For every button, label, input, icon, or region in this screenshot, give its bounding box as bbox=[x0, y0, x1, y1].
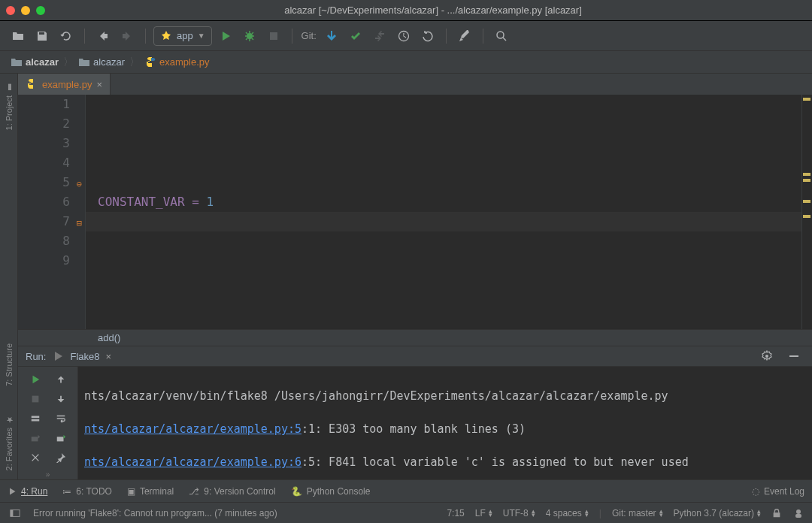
structure-tool-button[interactable]: 7: Structure bbox=[5, 340, 14, 389]
favorites-tool-button[interactable]: 2: Favorites ★ bbox=[4, 412, 14, 473]
tab-python-console[interactable]: 🐍 Python Console bbox=[291, 486, 371, 497]
tab-todo[interactable]: ≔ 6: TODO bbox=[62, 486, 112, 497]
window-close-button[interactable] bbox=[6, 6, 15, 15]
svg-rect-5 bbox=[789, 355, 798, 357]
star-icon: ★ bbox=[4, 415, 14, 425]
error-stripe[interactable] bbox=[801, 95, 812, 329]
tab-event-log[interactable]: ◌ Event Log bbox=[752, 486, 804, 497]
balloon-icon: ◌ bbox=[752, 486, 759, 497]
status-message[interactable]: Error running 'Flake8': Cannot run progr… bbox=[33, 508, 277, 518]
stop-button[interactable] bbox=[263, 26, 284, 47]
output-link[interactable]: nts/alcazar/alcazar/example.py:5 bbox=[84, 422, 301, 436]
git-commit-button[interactable] bbox=[345, 26, 366, 47]
window-maximize-button[interactable] bbox=[36, 6, 45, 15]
output-line: nts/alcazar/alcazar/example.py:5:1: E303… bbox=[84, 421, 806, 437]
chevron-down-icon: ▼ bbox=[198, 32, 205, 40]
warning-marker[interactable] bbox=[803, 179, 810, 182]
folder-icon: ▮ bbox=[4, 83, 14, 92]
pin-button[interactable] bbox=[51, 449, 71, 466]
tab-run[interactable]: 4: Run bbox=[8, 486, 47, 497]
back-button[interactable] bbox=[92, 26, 114, 47]
run-label: Run: bbox=[26, 351, 46, 362]
line-separator[interactable]: LF▴▾ bbox=[475, 508, 492, 518]
run-output[interactable]: nts/alcazar/venv/bin/flake8 /Users/jahon… bbox=[78, 367, 812, 479]
git-compare-button[interactable] bbox=[369, 26, 390, 47]
settings-button[interactable] bbox=[454, 26, 475, 47]
caret-position[interactable]: 7:15 bbox=[447, 508, 464, 518]
window-title: alcazar [~/DevExperiments/alcazar] - ...… bbox=[60, 5, 806, 16]
editor-area: example.py × 1 2 3 4 5 6 7 8 9 ⊖ ⊟ 💡 C bbox=[18, 74, 812, 479]
breadcrumb-label: alcazar bbox=[26, 56, 59, 68]
tab-label: Terminal bbox=[140, 486, 174, 497]
open-file-button[interactable] bbox=[8, 26, 29, 47]
member-breadcrumb[interactable]: add() bbox=[18, 329, 812, 346]
toolbar-separator bbox=[292, 29, 292, 44]
indent-setting[interactable]: 4 spaces▴▾ bbox=[546, 508, 589, 518]
warning-marker[interactable] bbox=[803, 215, 810, 218]
svg-rect-1 bbox=[270, 32, 277, 40]
save-button[interactable] bbox=[32, 26, 53, 47]
git-history-button[interactable] bbox=[393, 26, 414, 47]
close-tab-button[interactable]: × bbox=[96, 79, 102, 90]
restart-button[interactable] bbox=[26, 430, 45, 446]
export-button[interactable] bbox=[51, 430, 71, 446]
layout-button[interactable] bbox=[26, 410, 45, 427]
breadcrumb-folder[interactable]: alcazar bbox=[78, 56, 125, 68]
project-tool-button[interactable]: 1: Project ▮ bbox=[4, 80, 14, 133]
debug-button[interactable] bbox=[239, 26, 260, 47]
warning-marker[interactable] bbox=[803, 98, 810, 101]
stop-run-button[interactable] bbox=[26, 391, 45, 407]
code-editor[interactable]: 1 2 3 4 5 6 7 8 9 ⊖ ⊟ 💡 CONSTANT_VAR = 1… bbox=[18, 95, 812, 329]
file-tab-example[interactable]: example.py × bbox=[18, 74, 111, 95]
tool-windows-button[interactable] bbox=[8, 506, 23, 521]
python-file-icon bbox=[26, 78, 38, 90]
terminal-icon: ▣ bbox=[127, 486, 135, 497]
output-line: nts/alcazar/venv/bin/flake8 /Users/jahon… bbox=[84, 388, 806, 404]
scroll-up-button[interactable] bbox=[51, 371, 71, 388]
scroll-down-button[interactable] bbox=[51, 391, 71, 407]
window-minimize-button[interactable] bbox=[21, 6, 30, 15]
warning-marker[interactable] bbox=[803, 200, 810, 203]
fold-minus-icon[interactable]: ⊖ bbox=[77, 174, 82, 194]
fold-marker-icon[interactable]: ⊟ bbox=[77, 213, 82, 233]
svg-rect-6 bbox=[32, 396, 38, 403]
file-encoding[interactable]: UTF-8▴▾ bbox=[503, 508, 535, 518]
window-controls bbox=[6, 6, 45, 15]
more-actions-button[interactable]: » bbox=[46, 470, 50, 479]
hide-panel-button[interactable] bbox=[783, 346, 804, 367]
git-update-button[interactable] bbox=[321, 26, 342, 47]
soft-wrap-button[interactable] bbox=[51, 410, 71, 427]
delete-button[interactable] bbox=[26, 449, 45, 466]
python-interpreter[interactable]: Python 3.7 (alcazar)▴▾ bbox=[674, 508, 761, 518]
output-link[interactable]: nts/alcazar/alcazar/example.py:6 bbox=[84, 455, 301, 469]
tab-terminal[interactable]: ▣ Terminal bbox=[127, 486, 174, 497]
breadcrumb-root[interactable]: alcazar bbox=[11, 56, 59, 68]
close-run-tab-button[interactable]: × bbox=[106, 351, 112, 362]
run-settings-button[interactable] bbox=[756, 346, 777, 367]
forward-button[interactable] bbox=[117, 26, 138, 47]
run-tool-header: Run: Flake8 × bbox=[18, 346, 812, 367]
tab-version-control[interactable]: ⎇ 9: Version Control bbox=[189, 486, 275, 497]
search-button[interactable] bbox=[491, 26, 512, 47]
run-config-selector[interactable]: app ▼ bbox=[153, 26, 212, 46]
git-branch[interactable]: Git: master▴▾ bbox=[612, 508, 663, 518]
lock-icon[interactable] bbox=[771, 508, 782, 518]
code-content[interactable]: 💡 CONSTANT_VAR = 1 def add(a, b): c = "h… bbox=[86, 95, 801, 329]
breadcrumb-label: example.py bbox=[159, 56, 209, 68]
git-rollback-button[interactable] bbox=[417, 26, 438, 47]
python-file-icon bbox=[144, 56, 156, 68]
breadcrumb-file[interactable]: example.py bbox=[144, 56, 209, 68]
hector-icon[interactable] bbox=[792, 507, 804, 519]
svg-rect-13 bbox=[774, 512, 780, 517]
warning-marker[interactable] bbox=[803, 173, 810, 176]
svg-rect-10 bbox=[56, 437, 63, 441]
run-button[interactable] bbox=[215, 26, 236, 47]
run-config-label: app bbox=[177, 30, 193, 41]
svg-point-0 bbox=[247, 33, 253, 39]
play-icon bbox=[52, 350, 64, 362]
refresh-button[interactable] bbox=[56, 26, 77, 47]
branch-icon: ⎇ bbox=[189, 486, 199, 497]
tab-label: 4: Run bbox=[21, 486, 47, 497]
rerun-button[interactable] bbox=[26, 371, 45, 388]
tab-label: Event Log bbox=[764, 486, 804, 497]
